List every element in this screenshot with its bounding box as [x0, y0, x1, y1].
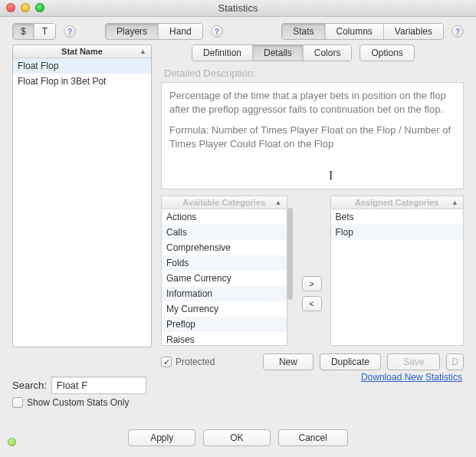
mode-dollar-button[interactable]: $ [13, 24, 34, 39]
help-icon[interactable]: ? [64, 25, 76, 38]
d-button[interactable]: D [446, 353, 464, 370]
help-icon[interactable]: ? [451, 25, 464, 38]
checkbox-icon: ✓ [161, 357, 172, 367]
text-cursor-icon: I [329, 167, 333, 184]
tab-details[interactable]: Details [253, 45, 304, 61]
stat-list-header[interactable]: Stat Name ▲ [13, 45, 151, 58]
sort-arrow-icon: ▲ [140, 48, 146, 55]
show-custom-checkbox[interactable]: Show Custom Stats Only [12, 397, 129, 408]
protected-label: Protected [176, 357, 215, 367]
search-input[interactable]: Float F [51, 376, 146, 394]
assigned-header: Assigned Categories ▲ [331, 196, 464, 209]
view-segment: Stats Columns Variables [281, 23, 444, 40]
scrollbar-thumb[interactable] [287, 208, 293, 300]
available-categories-list[interactable]: Available Categories ▲ ActionsCallsCompr… [161, 196, 287, 346]
mode-t-button[interactable]: T [34, 24, 55, 39]
move-left-button[interactable]: < [302, 296, 322, 311]
window-title: Statistics [218, 2, 258, 14]
search-label: Search: [12, 380, 47, 391]
help-icon[interactable]: ? [211, 25, 223, 38]
ok-button[interactable]: OK [203, 429, 270, 446]
available-category-item[interactable]: Folds [162, 255, 287, 271]
description-text-2: Formula: Number of Times Player Float on… [169, 123, 455, 150]
download-stats-link[interactable]: Download New Statistics [361, 372, 462, 383]
toolbar: $ T ? Players Hand ? Stats Columns Varia… [0, 17, 476, 44]
players-button[interactable]: Players [106, 24, 159, 39]
status-indicator-icon [8, 438, 16, 446]
save-button[interactable]: Save [387, 353, 440, 370]
scope-segment: Players Hand [105, 23, 203, 40]
stats-button[interactable]: Stats [282, 24, 325, 39]
show-custom-label: Show Custom Stats Only [27, 397, 129, 408]
available-category-item[interactable]: Information [162, 286, 287, 301]
apply-button[interactable]: Apply [128, 429, 195, 446]
sort-arrow-icon: ▲ [451, 199, 458, 206]
stat-list[interactable]: Stat Name ▲ Float FlopFloat Flop in 3Bet… [12, 44, 152, 347]
hand-button[interactable]: Hand [159, 24, 202, 39]
window-controls [6, 3, 44, 12]
available-category-item[interactable]: My Currency [162, 301, 287, 317]
zoom-icon[interactable] [35, 3, 44, 12]
mode-segment: $ T [12, 23, 56, 40]
stat-list-item[interactable]: Float Flop [13, 58, 151, 74]
tab-colors[interactable]: Colors [304, 45, 352, 61]
description-label: Detailed Description: [164, 67, 464, 79]
available-category-item[interactable]: Game Currency [162, 271, 287, 286]
options-button[interactable]: Options [359, 44, 414, 61]
available-category-item[interactable]: Preflop [162, 317, 287, 332]
description-textarea[interactable]: Percentage of the time that a player bet… [161, 82, 464, 189]
cancel-button[interactable]: Cancel [278, 429, 348, 446]
stat-tabs: Definition Details Colors [192, 44, 352, 61]
available-category-item[interactable]: Comprehensive [162, 240, 287, 255]
titlebar: Statistics [0, 0, 476, 17]
available-category-item[interactable]: Actions [162, 209, 287, 225]
description-text-1: Percentage of the time that a player bet… [169, 89, 455, 116]
available-category-item[interactable]: Calls [162, 225, 287, 240]
tab-definition[interactable]: Definition [192, 45, 253, 61]
duplicate-button[interactable]: Duplicate [320, 353, 381, 370]
assigned-categories-list[interactable]: Assigned Categories ▲ BetsFlop [330, 196, 465, 346]
assigned-category-item[interactable]: Bets [331, 209, 464, 225]
available-category-item[interactable]: Raises [162, 332, 287, 347]
assigned-category-item[interactable]: Flop [331, 225, 464, 240]
stat-list-item[interactable]: Float Flop in 3Bet Pot [13, 74, 151, 89]
search-value: Float F [57, 380, 87, 391]
columns-button[interactable]: Columns [326, 24, 384, 39]
available-header: Available Categories ▲ [162, 196, 287, 209]
sort-arrow-icon: ▲ [275, 199, 282, 206]
new-button[interactable]: New [263, 353, 314, 370]
stat-list-header-label: Stat Name [61, 47, 103, 56]
close-icon[interactable] [6, 3, 15, 12]
protected-checkbox[interactable]: ✓ Protected [161, 357, 215, 367]
checkbox-icon [12, 397, 23, 408]
minimize-icon[interactable] [21, 3, 30, 12]
variables-button[interactable]: Variables [384, 24, 443, 39]
move-right-button[interactable]: > [302, 276, 322, 291]
